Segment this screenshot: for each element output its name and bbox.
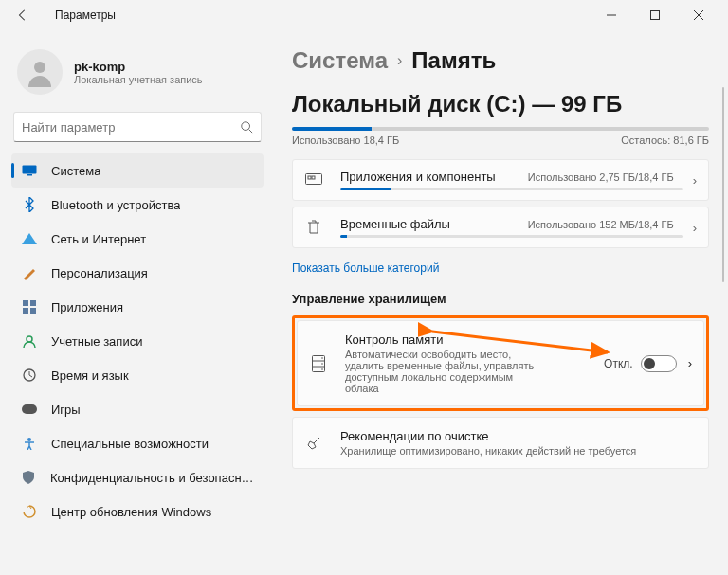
nav-label: Специальные возможности bbox=[51, 437, 209, 451]
svg-point-25 bbox=[321, 363, 323, 365]
broom-icon bbox=[306, 436, 321, 451]
close-icon bbox=[694, 10, 703, 20]
trash-icon bbox=[307, 220, 320, 235]
category-title: Приложения и компоненты bbox=[340, 170, 496, 184]
account-block[interactable]: pk-komp Локальная учетная запись bbox=[9, 40, 265, 108]
account-name: pk-komp bbox=[74, 60, 203, 74]
svg-rect-10 bbox=[23, 300, 28, 306]
privacy-icon bbox=[23, 471, 34, 484]
search-input[interactable] bbox=[22, 120, 240, 135]
maximize-icon bbox=[650, 10, 660, 20]
category-apps[interactable]: Приложения и компоненты Использовано 2,7… bbox=[292, 159, 709, 201]
personalization-icon bbox=[22, 265, 37, 280]
breadcrumb-current: Память bbox=[411, 47, 496, 74]
scrollbar[interactable] bbox=[720, 87, 726, 575]
nav-time[interactable]: Время и язык bbox=[11, 358, 264, 392]
update-icon bbox=[23, 505, 36, 518]
chevron-right-icon: › bbox=[688, 356, 692, 370]
disk-usage-bar bbox=[292, 127, 709, 131]
svg-rect-8 bbox=[27, 174, 32, 176]
nav-label: Конфиденциальность и безопасность bbox=[50, 471, 254, 485]
nav-apps[interactable]: Приложения bbox=[11, 290, 264, 324]
nav-accounts[interactable]: Учетные записи bbox=[11, 324, 264, 358]
nav-list: Система Bluetooth и устройства Сеть и Ин… bbox=[9, 153, 265, 575]
arrow-left-icon bbox=[16, 9, 29, 22]
nav-label: Центр обновления Windows bbox=[51, 505, 211, 519]
network-icon bbox=[22, 233, 37, 244]
apps-components-icon bbox=[305, 173, 322, 187]
window-title: Параметры bbox=[55, 9, 116, 22]
nav-system[interactable]: Система bbox=[11, 153, 264, 188]
cleanup-card[interactable]: Рекомендации по очистке Хранилище оптими… bbox=[292, 417, 709, 469]
search-icon bbox=[240, 120, 253, 134]
breadcrumb-parent[interactable]: Система bbox=[292, 47, 388, 74]
search-box[interactable] bbox=[13, 112, 262, 142]
cleanup-desc: Хранилище оптимизировано, никаких действ… bbox=[340, 445, 697, 457]
svg-rect-7 bbox=[23, 166, 37, 174]
bluetooth-icon bbox=[25, 197, 34, 212]
svg-rect-19 bbox=[308, 176, 311, 179]
titlebar: Параметры bbox=[0, 0, 728, 30]
nav-label: Учетные записи bbox=[51, 334, 142, 349]
storage-sense-icon bbox=[312, 355, 325, 372]
svg-point-26 bbox=[321, 368, 323, 370]
svg-point-24 bbox=[321, 357, 323, 359]
nav-label: Приложения bbox=[51, 300, 123, 314]
avatar bbox=[17, 49, 63, 95]
person-icon bbox=[25, 57, 55, 87]
storage-sense-card[interactable]: Контроль памяти Автоматически освободить… bbox=[297, 320, 704, 406]
nav-update[interactable]: Центр обновления Windows bbox=[11, 494, 264, 529]
svg-rect-12 bbox=[23, 308, 28, 314]
back-button[interactable] bbox=[8, 0, 38, 30]
toggle-state-label: Откл. bbox=[604, 357, 633, 370]
apps-icon bbox=[23, 300, 36, 314]
main-content: Система › Память Локальный диск (C:) — 9… bbox=[273, 30, 728, 575]
storage-sense-toggle[interactable] bbox=[641, 355, 677, 372]
svg-marker-9 bbox=[22, 233, 37, 244]
minimize-icon bbox=[607, 10, 616, 20]
disk-title: Локальный диск (C:) — 99 ГБ bbox=[292, 91, 709, 117]
category-usage: Использовано 2,75 ГБ/18,4 ГБ bbox=[528, 171, 674, 183]
storage-mgmt-heading: Управление хранилищем bbox=[292, 292, 709, 306]
svg-line-6 bbox=[249, 130, 253, 134]
svg-rect-1 bbox=[651, 11, 660, 20]
maximize-button[interactable] bbox=[633, 0, 677, 30]
sidebar: pk-komp Локальная учетная запись Система… bbox=[0, 30, 273, 575]
svg-rect-11 bbox=[30, 300, 36, 306]
svg-point-4 bbox=[34, 62, 46, 73]
accessibility-icon bbox=[23, 437, 36, 450]
chevron-right-icon: › bbox=[397, 52, 402, 69]
chevron-right-icon: › bbox=[693, 221, 697, 235]
nav-label: Время и язык bbox=[51, 368, 129, 383]
time-icon bbox=[23, 368, 36, 382]
svg-rect-20 bbox=[312, 176, 315, 179]
nav-label: Сеть и Интернет bbox=[51, 232, 146, 246]
nav-gaming[interactable]: Игры bbox=[11, 392, 264, 426]
nav-label: Игры bbox=[51, 403, 81, 417]
nav-personalization[interactable]: Персонализация bbox=[11, 256, 264, 290]
category-bar bbox=[340, 188, 683, 190]
category-usage: Использовано 152 МБ/18,4 ГБ bbox=[528, 219, 674, 230]
close-button[interactable] bbox=[677, 0, 720, 30]
show-more-link[interactable]: Показать больше категорий bbox=[292, 261, 439, 275]
disk-used-label: Использовано 18,4 ГБ bbox=[292, 135, 399, 146]
nav-label: Система bbox=[51, 164, 100, 178]
nav-accessibility[interactable]: Специальные возможности bbox=[11, 426, 264, 460]
gaming-icon bbox=[22, 404, 37, 414]
disk-free-label: Осталось: 81,6 ГБ bbox=[621, 135, 709, 146]
annotation-highlight: Контроль памяти Автоматически освободить… bbox=[292, 315, 709, 411]
chevron-right-icon: › bbox=[693, 173, 697, 188]
category-title: Временные файлы bbox=[340, 217, 450, 231]
nav-network[interactable]: Сеть и Интернет bbox=[11, 222, 264, 256]
nav-privacy[interactable]: Конфиденциальность и безопасность bbox=[11, 460, 264, 494]
svg-point-5 bbox=[242, 122, 250, 131]
nav-bluetooth[interactable]: Bluetooth и устройства bbox=[11, 188, 264, 222]
svg-rect-16 bbox=[22, 404, 37, 414]
storage-sense-desc: Автоматически освободить место, удалить … bbox=[345, 349, 535, 394]
breadcrumb: Система › Память bbox=[292, 47, 709, 74]
minimize-button[interactable] bbox=[590, 0, 633, 30]
system-icon bbox=[22, 165, 37, 176]
category-temp[interactable]: Временные файлы Использовано 152 МБ/18,4… bbox=[292, 207, 709, 248]
category-bar bbox=[340, 235, 683, 238]
storage-sense-title: Контроль памяти bbox=[345, 332, 604, 347]
